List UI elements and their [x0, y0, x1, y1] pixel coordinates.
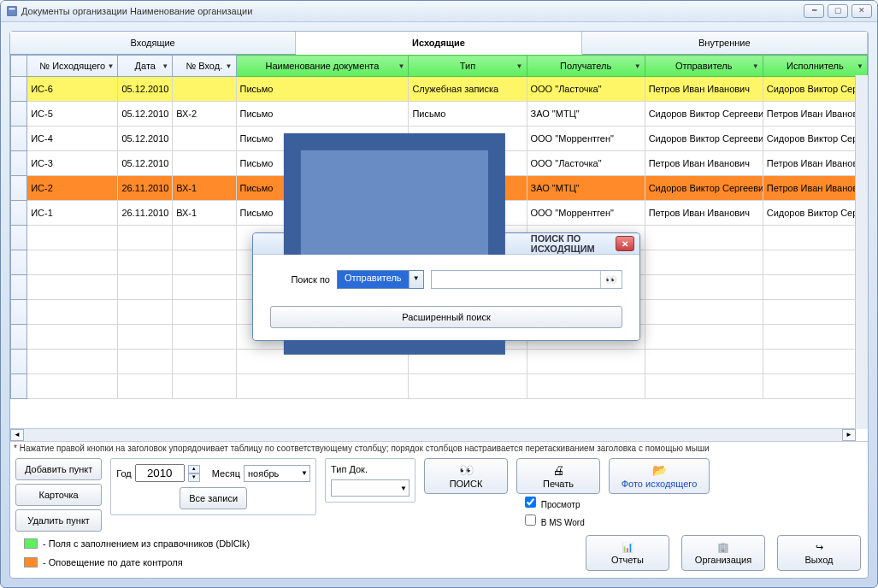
reports-button[interactable]: 📊 Отчеты	[586, 535, 669, 571]
organization-button[interactable]: 🏢 Организация	[681, 535, 765, 571]
cell[interactable]: ООО "Моррентген"	[527, 201, 645, 226]
cell[interactable]: Петров Иван Иванов	[763, 176, 867, 201]
doctype-select[interactable]: ▼	[331, 479, 410, 497]
cell[interactable]	[173, 77, 236, 102]
sort-down-icon: ▼	[752, 62, 759, 70]
cell[interactable]: ООО "Ласточка"	[527, 151, 645, 176]
cell[interactable]: 05.12.2010	[118, 77, 173, 102]
table-header-0[interactable]: № Исходящего▼	[27, 56, 118, 77]
sort-down-icon: ▼	[634, 62, 641, 70]
year-spinner[interactable]: ▲▼	[188, 465, 200, 482]
table-header-3[interactable]: Наименование документа▼	[236, 56, 409, 77]
card-button[interactable]: Карточка	[15, 484, 102, 506]
cell[interactable]: Петров Иван Иванович	[645, 151, 763, 176]
advanced-search-button[interactable]: Расширенный поиск	[270, 306, 622, 328]
dialog-title: ПОИСК ПО ИСХОДЯЩИМ	[531, 233, 616, 254]
search-text-input[interactable]	[432, 272, 600, 287]
preview-checkbox[interactable]: Просмотр	[521, 494, 600, 510]
cell[interactable]: Петров Иван Иванович	[645, 201, 763, 226]
tab-internal[interactable]: Внутренние	[582, 32, 868, 54]
month-select[interactable]: ноябрь ▼	[244, 465, 310, 482]
cell[interactable]	[173, 151, 236, 176]
sort-down-icon: ▼	[226, 62, 233, 70]
scroll-left-button[interactable]: ◄	[10, 429, 24, 441]
doctype-group: Тип Док. ▼	[325, 458, 415, 503]
green-swatch-icon	[24, 538, 38, 549]
exit-button-label: Выход	[805, 555, 834, 565]
cell[interactable]: Сидоров Виктор Сергееви	[645, 126, 763, 151]
cell[interactable]: ИС-5	[27, 102, 118, 126]
cell[interactable]: 26.11.2010	[118, 176, 173, 201]
cell[interactable]: ООО "Ласточка"	[527, 77, 645, 102]
cell[interactable]: ИС-4	[27, 126, 118, 151]
table-header-5[interactable]: Получатель▼	[527, 56, 645, 77]
table-vertical-scrollbar[interactable]	[855, 75, 868, 429]
cell[interactable]: Петров Иван Иванович	[645, 77, 763, 102]
cell[interactable]: ВХ-2	[173, 102, 236, 126]
tab-outgoing[interactable]: Исходящие	[296, 32, 581, 55]
cell[interactable]: Сидоров Виктор Серг	[763, 201, 867, 226]
all-records-button[interactable]: Все записи	[180, 487, 247, 509]
controls-bar: Добавить пункт Карточка Удалить пункт Го…	[10, 455, 868, 535]
minimize-button[interactable]: ━	[804, 4, 824, 18]
close-button[interactable]: ✕	[851, 4, 872, 18]
search-go-button[interactable]: 👀	[600, 271, 622, 288]
chevron-down-icon: ▼	[400, 485, 407, 492]
row-header	[11, 77, 27, 102]
cell[interactable]: ВХ-1	[173, 176, 236, 201]
binoculars-icon: 👀	[605, 274, 617, 285]
search-field-select[interactable]: Отправитель ▼	[337, 270, 424, 289]
table-header-2[interactable]: № Вход.▼	[173, 56, 236, 77]
cell[interactable]: 05.12.2010	[118, 151, 173, 176]
cell[interactable]: Сидоров Виктор Сергееви	[645, 176, 763, 201]
year-input[interactable]	[135, 464, 185, 482]
cell[interactable]: Петров Иван Иванов	[763, 151, 867, 176]
cell[interactable]: 05.12.2010	[118, 102, 173, 126]
cell[interactable]	[173, 126, 236, 151]
legend-orange-text: - Оповещение по дате контроля	[43, 557, 183, 567]
scroll-track[interactable]	[24, 430, 842, 440]
table-horizontal-scrollbar[interactable]: ◄ ►	[10, 428, 856, 441]
table-header-7[interactable]: Исполнитель▼	[763, 56, 867, 77]
doctype-label: Тип Док.	[331, 464, 368, 474]
main-tabs: Входящие Исходящие Внутренние	[10, 32, 868, 55]
cell[interactable]: ИС-6	[27, 77, 118, 102]
table-header-1[interactable]: Дата▼	[118, 56, 173, 77]
scroll-right-button[interactable]: ►	[842, 429, 856, 441]
table-row[interactable]: ИС-605.12.2010ПисьмоСлужебная запискаООО…	[11, 77, 868, 102]
table-header-6[interactable]: Отправитель▼	[645, 56, 763, 77]
cell[interactable]: ИС-2	[27, 176, 118, 201]
cell[interactable]: ИС-1	[27, 201, 118, 226]
msword-checkbox[interactable]: В MS Word	[521, 512, 600, 528]
titlebar: Документы организации Наименование орган…	[1, 1, 877, 22]
table-header-4[interactable]: Тип▼	[409, 56, 527, 77]
add-record-button[interactable]: Добавить пункт	[15, 458, 102, 480]
cell[interactable]: ЗАО "МТЦ"	[527, 176, 645, 201]
cell[interactable]: Письмо	[236, 77, 409, 102]
report-icon: 📊	[622, 542, 633, 553]
cell[interactable]: 26.11.2010	[118, 201, 173, 226]
delete-record-button[interactable]: Удалить пункт	[15, 509, 102, 532]
cell[interactable]: Сидоров Виктор Сергееви	[645, 102, 763, 126]
maximize-button[interactable]: ▢	[828, 4, 848, 18]
print-button[interactable]: 🖨 Печать	[516, 458, 600, 494]
cell[interactable]: ИС-3	[27, 151, 118, 176]
cell[interactable]: 05.12.2010	[118, 126, 173, 151]
exit-button[interactable]: ↪ Выход	[777, 535, 861, 571]
cell[interactable]: Служебная записка	[409, 77, 527, 102]
cell[interactable]: ВХ-1	[173, 201, 236, 226]
legend-orange: - Оповещение по дате контроля	[17, 554, 256, 571]
cell[interactable]: Сидоров Виктор Серг	[763, 126, 867, 151]
month-value: ноябрь	[248, 468, 279, 479]
cell[interactable]: ООО "Моррентген"	[527, 126, 645, 151]
table-corner-cell	[11, 56, 27, 77]
search-button[interactable]: 👀 ПОИСК	[424, 458, 508, 494]
dialog-close-button[interactable]: ✕	[616, 236, 634, 251]
cell[interactable]: Сидоров Виктор Серг	[763, 77, 867, 102]
photo-button[interactable]: 📂 Фото исходящего	[609, 458, 710, 494]
cell[interactable]: ЗАО "МТЦ"	[527, 102, 645, 126]
tab-incoming[interactable]: Входящие	[10, 32, 296, 54]
search-button-label: ПОИСК	[450, 479, 483, 489]
organization-button-label: Организация	[695, 555, 751, 565]
cell[interactable]: Петров Иван Иванов	[763, 102, 867, 126]
